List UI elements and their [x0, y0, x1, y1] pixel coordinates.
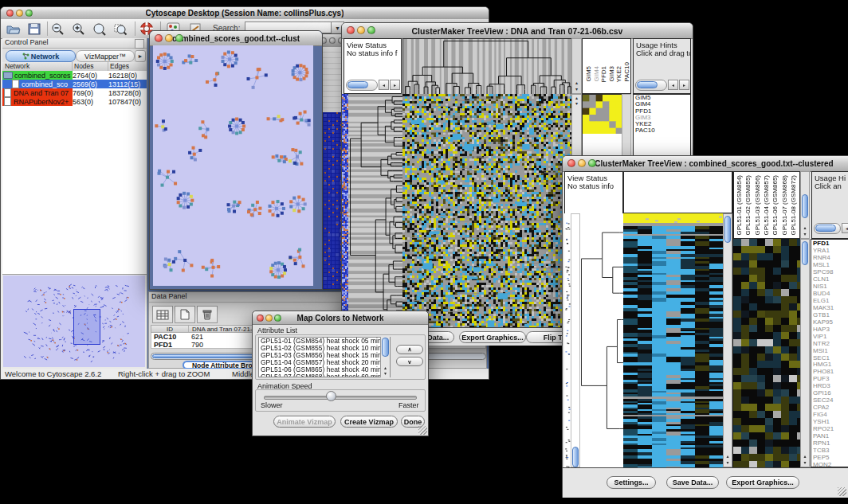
- heatmap-column-label[interactable]: GPL51-08 (GSM872): [790, 175, 797, 236]
- gene-label[interactable]: PUF3: [813, 375, 848, 382]
- gene-label[interactable]: PEP5: [813, 454, 848, 461]
- gene-label[interactable]: YSH1: [813, 418, 848, 425]
- gene-label[interactable]: SEC1: [813, 354, 848, 361]
- minimize-button[interactable]: [16, 10, 23, 17]
- move-up-button[interactable]: ∧: [396, 345, 423, 354]
- heatmap-column-label[interactable]: GPL51-06 (GSM865): [771, 175, 779, 236]
- scroll-thumb[interactable]: [815, 225, 836, 232]
- scroll-down-arrow[interactable]: ▾: [572, 101, 581, 107]
- open-folder-icon[interactable]: [6, 21, 22, 37]
- zoom-selected-icon[interactable]: [112, 21, 128, 37]
- gene-label[interactable]: CLN1: [813, 275, 848, 283]
- gene-label[interactable]: NTR2: [813, 340, 848, 347]
- document-icon[interactable]: [175, 306, 195, 323]
- scroll-thumb[interactable]: [802, 194, 808, 218]
- heatmap-column-label[interactable]: YKE2: [615, 66, 622, 82]
- gene-label[interactable]: KAP95: [813, 318, 848, 326]
- titlebar-network-view[interactable]: combined_scores_good.txt--cluste...: [150, 31, 322, 46]
- minimize-button[interactable]: [357, 26, 365, 34]
- tab-overflow-button[interactable]: ►: [135, 50, 146, 62]
- attribute-list-vscrollbar[interactable]: ▴ ▾: [380, 337, 390, 377]
- zoom-vscrollbar[interactable]: ▴ ▾: [800, 239, 810, 467]
- network-tree-row[interactable]: RNAPuberNov2+563(0)107847(0): [2, 97, 147, 106]
- heatmap-main[interactable]: [623, 213, 723, 467]
- row-dendrogram[interactable]: [348, 94, 402, 327]
- close-button[interactable]: [567, 159, 575, 167]
- row-dendrogram[interactable]: [580, 213, 623, 467]
- heatmap-zoom-view[interactable]: [733, 239, 800, 467]
- gene-label[interactable]: RPO21: [813, 425, 848, 432]
- titlebar-treeview-dna[interactable]: ClusterMaker TreeView : DNA and Tran 07-…: [342, 23, 693, 39]
- zoom-fit-icon[interactable]: [92, 21, 108, 37]
- gene-label[interactable]: SEC24: [813, 397, 848, 404]
- titlebar-main[interactable]: Cytoscape Desktop (Session Name: collins…: [1, 7, 489, 20]
- scroll-thumb[interactable]: [382, 338, 389, 357]
- zoom-out-icon[interactable]: [50, 21, 66, 37]
- zoom-button[interactable]: [588, 159, 596, 167]
- trash-icon[interactable]: [197, 306, 218, 323]
- tab-network[interactable]: Network: [6, 50, 76, 62]
- network-tree-row[interactable]: combined_sco2569(6)13112(15): [2, 80, 147, 88]
- network-overview-panel[interactable]: [3, 275, 145, 367]
- close-button[interactable]: [155, 34, 163, 42]
- labels-vscrollbar[interactable]: ▴ ▾: [800, 171, 810, 239]
- scroll-down-arrow[interactable]: ▾: [381, 371, 390, 377]
- gene-label[interactable]: HAP3: [813, 326, 848, 333]
- export-graphics-button[interactable]: Export Graphics...: [726, 476, 799, 489]
- heatmap-column-label[interactable]: GPL51-02 (GSM855): [744, 175, 752, 236]
- zoom-button[interactable]: [175, 34, 183, 42]
- gene-label[interactable]: PHO81: [813, 368, 848, 375]
- save-icon[interactable]: [26, 21, 42, 37]
- heatmap-main[interactable]: [402, 94, 571, 327]
- status-scrollbar[interactable]: ◂ ▸: [814, 223, 848, 234]
- resize-grip[interactable]: [418, 426, 427, 435]
- scroll-right-button[interactable]: ▸: [679, 80, 689, 90]
- close-button[interactable]: [6, 10, 14, 17]
- heatmap-column-label[interactable]: GPL51-04 (GSM857): [763, 175, 770, 236]
- gene-label[interactable]: MAK31: [813, 304, 848, 311]
- gene-label[interactable]: PAN1: [813, 432, 848, 440]
- network-graph-canvas[interactable]: [153, 45, 313, 286]
- column-header-network[interactable]: Network: [2, 62, 73, 71]
- export-graphics-button[interactable]: Export Graphics...: [459, 331, 526, 343]
- gene-label[interactable]: BUD4: [813, 290, 848, 297]
- gene-label[interactable]: ELG1: [813, 297, 848, 304]
- titlebar-treeview-combined[interactable]: ClusterMaker TreeView : combined_scores_…: [563, 156, 848, 172]
- scroll-thumb[interactable]: [724, 216, 731, 243]
- heatmap-column-label[interactable]: PAC10: [623, 62, 630, 82]
- scroll-up-arrow[interactable]: ▴: [801, 225, 809, 231]
- scroll-down-arrow[interactable]: ▾: [801, 460, 809, 466]
- column-header-nodes[interactable]: Nodes: [73, 62, 108, 71]
- attribute-list-item[interactable]: GPL51-07 (GSM868) heat shock 60 min: [261, 373, 390, 377]
- scroll-up-arrow[interactable]: ▴: [801, 454, 809, 459]
- scroll-thumb[interactable]: [572, 447, 579, 467]
- status-scrollbar[interactable]: ◂ ▸: [635, 80, 689, 91]
- global-overview-strip[interactable]: [342, 94, 348, 327]
- zoom-button[interactable]: [274, 315, 281, 322]
- global-vscrollbar[interactable]: [571, 213, 580, 467]
- settings-button[interactable]: Settings...: [607, 476, 656, 489]
- gene-label[interactable]: PFD1: [813, 240, 848, 247]
- column-header-edges[interactable]: Edges: [108, 62, 147, 71]
- column-header-id[interactable]: ID: [151, 326, 189, 332]
- gene-label[interactable]: GPI16: [813, 389, 848, 397]
- table-icon[interactable]: [152, 306, 173, 323]
- minimize-button[interactable]: [165, 34, 173, 42]
- global-overview-strip[interactable]: [564, 213, 571, 467]
- close-button[interactable]: [257, 315, 264, 322]
- gene-label[interactable]: NIS1: [813, 283, 848, 290]
- gene-label[interactable]: HRD3: [813, 382, 848, 389]
- heatmap-vscrollbar[interactable]: ▴ ▾: [723, 213, 732, 467]
- scroll-down-arrow[interactable]: ▾: [572, 87, 581, 92]
- attribute-list-item[interactable]: GPL51-02 (GSM855) heat shock 10 min: [261, 345, 390, 352]
- heatmap-column-label[interactable]: GPL51-03 (GSM856): [754, 175, 761, 236]
- gene-label[interactable]: TCB3: [813, 447, 848, 454]
- tab-vizmapper[interactable]: VizMapper™: [76, 50, 135, 62]
- scroll-down-arrow[interactable]: ▾: [801, 232, 809, 237]
- gene-label[interactable]: FIG4: [813, 411, 848, 418]
- column-dendrogram-area[interactable]: [623, 171, 732, 213]
- heatmap-row-label[interactable]: PAC10: [634, 127, 690, 134]
- scroll-thumb[interactable]: [802, 241, 808, 265]
- gene-label[interactable]: HMG1: [813, 361, 848, 368]
- minimize-button[interactable]: [265, 315, 273, 322]
